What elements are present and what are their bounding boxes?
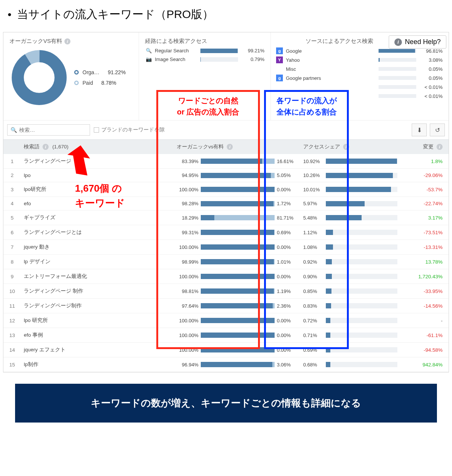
table-row[interactable]: 4 efo 98.28% 1.72% 5.97% -22.74% <box>3 197 449 211</box>
cell-index: 14 <box>3 343 21 357</box>
ovs-organic-pct: 100.00% <box>177 274 199 279</box>
search-input[interactable] <box>19 127 87 133</box>
cell-index: 1 <box>3 154 21 169</box>
cell-keyword[interactable]: ランディングページとは <box>21 225 174 240</box>
source-row: Misc 0.05% <box>271 64 449 73</box>
info-icon[interactable]: i <box>64 38 70 44</box>
cell-keyword[interactable]: lp デザイン <box>21 255 174 269</box>
table-row[interactable]: 3 lpo研究所 100.00% 0.00% 10.01% -53.7% <box>3 182 449 197</box>
cell-index: 12 <box>3 313 21 328</box>
source-pct: 0.05% <box>420 75 443 81</box>
th-change[interactable]: 変更 i <box>400 140 449 154</box>
yahoo-icon: Y <box>276 56 283 63</box>
share-bar <box>326 303 398 308</box>
ovs-bar <box>201 274 275 279</box>
table-row[interactable]: 6 ランディングページとは 99.31% 0.69% 1.12% -73.51% <box>3 225 449 240</box>
cell-keyword[interactable]: lp制作 <box>21 357 174 372</box>
share-pct: 0.90% <box>303 274 323 279</box>
table-row[interactable]: 2 lpo 94.95% 5.05% 10.26% -29.06% <box>3 169 449 182</box>
refresh-button[interactable]: ↺ <box>430 124 445 136</box>
cell-change: -33.95% <box>400 284 449 299</box>
share-bar <box>326 244 398 250</box>
table-row[interactable]: 8 lp デザイン 98.99% 1.01% 0.92% 13.78% <box>3 255 449 269</box>
cell-share: 10.92% <box>300 154 401 169</box>
cell-ovs: 18.29% 81.71% <box>174 211 300 225</box>
table-row[interactable]: 15 lp制作 96.94% 3.06% 0.68% 942.84% <box>3 357 449 372</box>
checkbox-icon <box>94 127 99 133</box>
cell-change: -61.1% <box>400 328 449 343</box>
cell-ovs: 100.00% 0.00% <box>174 343 300 357</box>
share-pct: 5.97% <box>303 201 323 206</box>
panel-title-source: ソースによるアクセス検索 <box>305 38 373 45</box>
cell-change: 13.78% <box>400 255 449 269</box>
table-row[interactable]: 1 ランディングページ 83.39% 16.61% 10.92% 1.8% <box>3 154 449 169</box>
th-keyword[interactable]: 検索語 i (1,670) <box>21 140 174 154</box>
cell-ovs: 100.00% 0.00% <box>174 313 300 328</box>
cell-keyword[interactable]: ランディングページ <box>21 154 174 169</box>
route-pct: 99.21% <box>242 48 264 53</box>
none <box>276 66 283 72</box>
cell-index: 8 <box>3 255 21 269</box>
ovs-bar <box>201 173 275 178</box>
share-pct: 0.69% <box>303 347 323 353</box>
cell-keyword[interactable]: lpo研究所 <box>21 182 174 197</box>
ovs-paid-pct: 3.06% <box>277 362 297 368</box>
refresh-icon: ↺ <box>435 127 440 134</box>
ovs-organic-pct: 100.00% <box>177 318 199 323</box>
legend-dot-paid <box>74 81 79 85</box>
ovs-organic-pct: 100.00% <box>177 347 199 353</box>
th-ovs[interactable]: オーガニックvs有料 i <box>174 140 300 154</box>
table-row[interactable]: 13 efo 事例 100.00% 0.00% 0.71% -61.1% <box>3 328 449 343</box>
cell-keyword[interactable]: efo 事例 <box>21 328 174 343</box>
source-pct: < 0.01% <box>420 93 443 99</box>
download-button[interactable]: ⬇ <box>412 124 427 136</box>
cell-share: 10.26% <box>300 169 401 182</box>
dashboard: オーガニックVS有料 i Orga… 91.22% <box>3 32 449 372</box>
ovs-bar <box>201 215 275 220</box>
th-share[interactable]: アクセスシェア i <box>300 140 401 154</box>
table-row[interactable]: 12 lpo 研究所 100.00% 0.00% 0.72% - <box>3 313 449 328</box>
cell-keyword[interactable]: エントリーフォーム最適化 <box>21 269 174 284</box>
cell-keyword[interactable]: lpo 研究所 <box>21 313 174 328</box>
none <box>276 93 283 99</box>
th-keyword-count: (1,670) <box>52 144 69 150</box>
page-title-text: 当サイトの流入キーワード（PRO版） <box>17 7 214 22</box>
panel-title-ovs: オーガニックVS有料 <box>9 38 62 45</box>
ovs-organic-pct: 18.29% <box>177 215 199 221</box>
info-icon[interactable]: i <box>437 144 443 150</box>
cell-keyword[interactable]: ランディングページ 制作 <box>21 284 174 299</box>
cell-keyword[interactable]: efo <box>21 197 174 211</box>
table-row[interactable]: 5 ギャプライズ 18.29% 81.71% 5.48% 3.17% <box>3 211 449 225</box>
table-row[interactable]: 14 jquery エフェクト 100.00% 0.00% 0.69% -94.… <box>3 343 449 357</box>
search-box[interactable]: 🔍 <box>7 124 90 136</box>
ovs-bar <box>201 362 275 367</box>
share-pct: 0.83% <box>303 303 323 309</box>
table-row[interactable]: 10 ランディングページ 制作 98.81% 1.19% 0.85% -33.9… <box>3 284 449 299</box>
source-row: < 0.01% <box>271 82 449 92</box>
cell-keyword[interactable]: jquery エフェクト <box>21 343 174 357</box>
cell-index: 13 <box>3 328 21 343</box>
ovs-organic-pct: 100.00% <box>177 244 199 250</box>
cell-keyword[interactable]: ギャプライズ <box>21 211 174 225</box>
cell-change: -94.58% <box>400 343 449 357</box>
keyword-table: 検索語 i (1,670) オーガニックvs有料 i アクセスシェア i 変更 … <box>3 139 449 372</box>
cell-share: 5.48% <box>300 211 401 225</box>
share-bar <box>326 318 398 323</box>
table-row[interactable]: 7 jquery 動き 100.00% 0.00% 1.08% -13.31% <box>3 240 449 255</box>
source-bar <box>379 58 416 62</box>
need-help-button[interactable]: i Need Help? <box>389 35 446 49</box>
info-icon[interactable]: i <box>227 144 233 150</box>
share-pct: 0.68% <box>303 362 323 368</box>
info-icon[interactable]: i <box>43 144 49 150</box>
ovs-bar <box>201 333 275 338</box>
cell-keyword[interactable]: lpo <box>21 169 174 182</box>
cell-keyword[interactable]: jquery 動き <box>21 240 174 255</box>
route-pct: 0.79% <box>242 56 264 62</box>
brand-keyword-checkbox[interactable]: ブランドのキーワードを隙 <box>94 127 165 133</box>
table-row[interactable]: 11 ランディングページ制作 97.64% 2.36% 0.83% -14.56… <box>3 299 449 313</box>
cell-keyword[interactable]: ランディングページ制作 <box>21 299 174 313</box>
info-icon[interactable]: i <box>343 144 349 150</box>
table-row[interactable]: 9 エントリーフォーム最適化 100.00% 0.00% 0.90% 1,720… <box>3 269 449 284</box>
share-bar <box>326 362 398 367</box>
ovs-organic-pct: 100.00% <box>177 333 199 338</box>
